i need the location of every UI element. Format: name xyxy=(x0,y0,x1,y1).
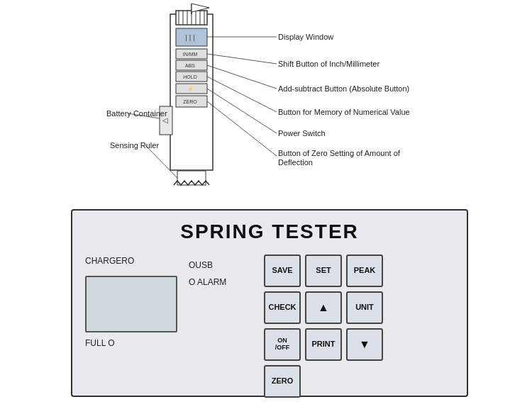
svg-text:Battery Container: Battery Container xyxy=(106,109,167,118)
svg-text:ABS: ABS xyxy=(185,63,195,68)
svg-line-34 xyxy=(207,89,277,133)
spring-tester-panel: SPRING TESTER CHARGERO FULL O OUSB O ALA… xyxy=(71,209,468,397)
unit-button[interactable]: UNIT xyxy=(346,291,383,324)
svg-text:ZERO: ZERO xyxy=(183,99,197,104)
peak-button[interactable]: PEAK xyxy=(346,254,383,287)
full-row: FULL O xyxy=(85,338,177,348)
set-button[interactable]: SET xyxy=(305,254,342,287)
svg-line-36 xyxy=(207,101,277,156)
svg-text:Display Window: Display Window xyxy=(278,33,333,41)
save-button[interactable]: SAVE xyxy=(264,254,301,287)
usb-row: OUSB xyxy=(189,260,253,270)
diagram-svg: ||| IN/MM ABS HOLD ◁ ⚡ ZERO Display Wind… xyxy=(106,4,518,195)
svg-text:Sensing Ruler: Sensing Ruler xyxy=(110,141,159,150)
button-grid: SAVE SET PEAK CHECK ▲ UNIT ON/OFF PRINT … xyxy=(264,254,383,398)
svg-text:|||: ||| xyxy=(184,34,196,41)
svg-text:IN/MM: IN/MM xyxy=(183,52,198,57)
svg-text:Power Switch: Power Switch xyxy=(278,129,326,138)
full-label: FULL O xyxy=(85,338,115,348)
svg-rect-25 xyxy=(177,171,206,185)
onoff-button[interactable]: ON/OFF xyxy=(264,328,301,361)
print-button[interactable]: PRINT xyxy=(305,328,342,361)
usb-label: OUSB xyxy=(189,260,213,270)
alarm-row: O ALARM xyxy=(189,277,253,287)
down-button[interactable]: ▼ xyxy=(346,328,383,361)
panel-title: SPRING TESTER xyxy=(72,220,467,243)
mid-area: OUSB O ALARM xyxy=(189,250,253,287)
svg-text:⚡: ⚡ xyxy=(187,86,194,92)
charger-row: CHARGERO xyxy=(85,256,177,266)
alarm-label: O ALARM xyxy=(189,277,226,287)
svg-text:Add-subtract Button (Absolute : Add-subtract Button (Absolute Button) xyxy=(278,84,409,93)
up-button[interactable]: ▲ xyxy=(305,291,342,324)
svg-text:Button of Zero Setting of Amou: Button of Zero Setting of Amount of xyxy=(278,149,401,157)
svg-text:Deflection: Deflection xyxy=(278,158,313,167)
svg-line-28 xyxy=(207,54,277,64)
charger-label: CHARGERO xyxy=(85,256,134,266)
svg-text:Button for Memory of Numerical: Button for Memory of Numerical Value xyxy=(278,108,410,116)
zero-panel-button[interactable]: ZERO xyxy=(264,365,301,398)
svg-line-32 xyxy=(207,77,277,112)
check-button[interactable]: CHECK xyxy=(264,291,301,324)
svg-text:Shift Button of Inch/Millimete: Shift Button of Inch/Millimeter xyxy=(278,60,379,68)
svg-text:HOLD: HOLD xyxy=(183,74,196,79)
display-box xyxy=(85,276,177,332)
status-area: CHARGERO FULL O xyxy=(85,250,177,348)
svg-line-30 xyxy=(207,65,277,89)
